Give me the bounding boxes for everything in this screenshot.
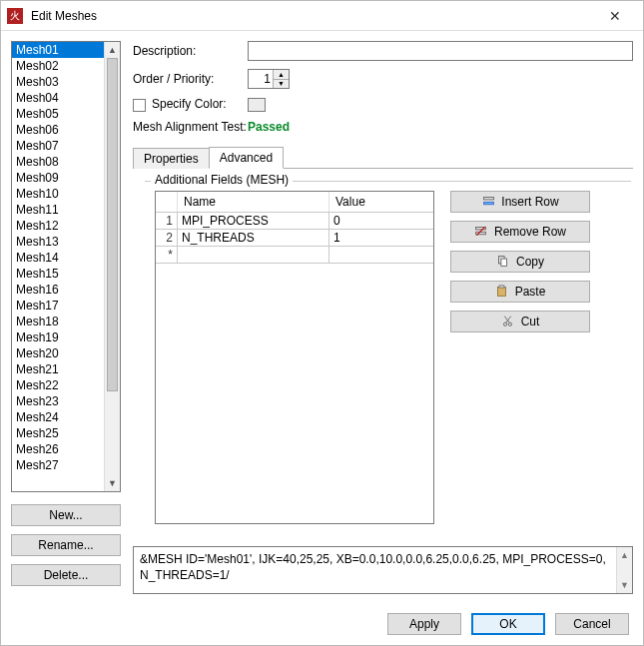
- specify-color-checkbox[interactable]: [133, 99, 146, 112]
- table-header: Name Value: [156, 192, 433, 213]
- tab-properties[interactable]: Properties: [133, 148, 210, 169]
- remove-row-icon: [474, 225, 488, 239]
- cell-name[interactable]: [178, 247, 329, 263]
- ok-button[interactable]: OK: [471, 613, 545, 635]
- spin-down-icon[interactable]: ▼: [274, 80, 289, 89]
- list-item[interactable]: Mesh24: [12, 409, 104, 425]
- order-spinner[interactable]: ▲ ▼: [248, 69, 290, 89]
- list-item[interactable]: Mesh10: [12, 186, 104, 202]
- col-name[interactable]: Name: [178, 192, 329, 212]
- cut-button[interactable]: Cut: [450, 311, 590, 332]
- list-item[interactable]: Mesh13: [12, 234, 104, 250]
- tab-advanced[interactable]: Advanced: [209, 147, 284, 169]
- table-row[interactable]: 2N_THREADS1: [156, 230, 433, 247]
- svg-rect-8: [499, 286, 504, 288]
- remove-row-button[interactable]: Remove Row: [450, 221, 590, 243]
- svg-point-11: [504, 323, 507, 325]
- rename-button[interactable]: Rename...: [11, 534, 121, 556]
- scroll-thumb[interactable]: [107, 58, 118, 391]
- list-item[interactable]: Mesh04: [12, 90, 104, 106]
- svg-rect-7: [498, 288, 506, 297]
- tab-panel-advanced: Additional Fields (MESH) Name Value 1MPI…: [133, 169, 633, 534]
- properties-panel: Description: Order / Priority: ▲ ▼ Speci…: [133, 41, 633, 603]
- table-row[interactable]: *: [156, 247, 433, 264]
- tab-bar: Properties Advanced: [133, 146, 633, 169]
- mesh-alignment-label: Mesh Alignment Test:: [133, 120, 248, 134]
- mesh-list[interactable]: Mesh01Mesh02Mesh03Mesh04Mesh05Mesh06Mesh…: [11, 41, 121, 492]
- list-item[interactable]: Mesh02: [12, 58, 104, 74]
- svg-rect-0: [483, 198, 493, 200]
- paste-icon: [495, 285, 509, 299]
- list-item[interactable]: Mesh15: [12, 266, 104, 282]
- list-item[interactable]: Mesh12: [12, 218, 104, 234]
- svg-rect-6: [501, 259, 507, 266]
- additional-fields-group: Additional Fields (MESH) Name Value 1MPI…: [145, 181, 631, 534]
- list-item[interactable]: Mesh20: [12, 345, 104, 361]
- new-button[interactable]: New...: [11, 504, 121, 526]
- order-label: Order / Priority:: [133, 72, 248, 86]
- list-item[interactable]: Mesh21: [12, 361, 104, 377]
- paste-button[interactable]: Paste: [450, 281, 590, 303]
- fields-table[interactable]: Name Value 1MPI_PROCESS02N_THREADS1*: [155, 191, 434, 524]
- list-item[interactable]: Mesh25: [12, 425, 104, 441]
- insert-row-button[interactable]: Insert Row: [450, 191, 590, 213]
- close-icon: ✕: [609, 8, 621, 24]
- list-item[interactable]: Mesh18: [12, 314, 104, 329]
- list-item[interactable]: Mesh07: [12, 138, 104, 154]
- order-value[interactable]: [249, 70, 273, 88]
- copy-button[interactable]: Copy: [450, 251, 590, 273]
- dialog-footer: Apply OK Cancel: [1, 603, 643, 645]
- list-item[interactable]: Mesh06: [12, 122, 104, 138]
- apply-button[interactable]: Apply: [387, 613, 461, 635]
- scroll-down-icon[interactable]: ▼: [617, 577, 632, 593]
- col-rownum: [156, 192, 178, 212]
- delete-button[interactable]: Delete...: [11, 564, 121, 586]
- scroll-up-icon[interactable]: ▲: [105, 42, 120, 58]
- list-item[interactable]: Mesh19: [12, 329, 104, 345]
- cell-value[interactable]: [329, 247, 433, 263]
- list-item[interactable]: Mesh16: [12, 282, 104, 298]
- scroll-down-icon[interactable]: ▼: [105, 475, 120, 491]
- list-item[interactable]: Mesh14: [12, 250, 104, 266]
- edit-meshes-dialog: 火 Edit Meshes ✕ Mesh01Mesh02Mesh03Mesh04…: [0, 0, 644, 646]
- list-item[interactable]: Mesh05: [12, 106, 104, 122]
- list-item[interactable]: Mesh26: [12, 441, 104, 457]
- cell-value[interactable]: 1: [329, 230, 433, 246]
- table-row[interactable]: 1MPI_PROCESS0: [156, 213, 433, 230]
- list-item[interactable]: Mesh03: [12, 74, 104, 90]
- list-item[interactable]: Mesh08: [12, 154, 104, 170]
- cancel-button[interactable]: Cancel: [555, 613, 629, 635]
- cell-name[interactable]: MPI_PROCESS: [178, 213, 329, 229]
- cell-name[interactable]: N_THREADS: [178, 230, 329, 246]
- record-scrollbar[interactable]: ▲ ▼: [616, 547, 632, 593]
- titlebar: 火 Edit Meshes ✕: [1, 1, 643, 31]
- list-item[interactable]: Mesh11: [12, 202, 104, 218]
- insert-row-icon: [481, 195, 495, 209]
- specify-color-label[interactable]: Specify Color:: [133, 97, 248, 111]
- record-text[interactable]: &MESH ID='Mesh01', IJK=40,25,25, XB=0.0,…: [134, 547, 616, 593]
- cell-rownum: 2: [156, 230, 178, 246]
- svg-rect-1: [483, 203, 493, 205]
- window-title: Edit Meshes: [31, 9, 593, 23]
- mesh-list-scrollbar[interactable]: ▲ ▼: [104, 42, 120, 491]
- list-item[interactable]: Mesh09: [12, 170, 104, 186]
- spin-up-icon[interactable]: ▲: [274, 70, 289, 80]
- list-item[interactable]: Mesh27: [12, 457, 104, 473]
- scroll-up-icon[interactable]: ▲: [617, 547, 632, 563]
- record-output[interactable]: &MESH ID='Mesh01', IJK=40,25,25, XB=0.0,…: [133, 546, 633, 594]
- cell-rownum: *: [156, 247, 178, 263]
- col-value[interactable]: Value: [329, 192, 433, 212]
- list-item[interactable]: Mesh17: [12, 298, 104, 314]
- list-item[interactable]: Mesh22: [12, 377, 104, 393]
- list-item[interactable]: Mesh23: [12, 393, 104, 409]
- close-button[interactable]: ✕: [593, 1, 637, 31]
- color-swatch[interactable]: [248, 98, 266, 112]
- table-tools: Insert Row Remove Row: [450, 191, 590, 332]
- group-legend: Additional Fields (MESH): [151, 173, 293, 187]
- description-label: Description:: [133, 44, 248, 58]
- description-input[interactable]: [248, 41, 633, 61]
- cell-value[interactable]: 0: [329, 213, 433, 229]
- mesh-alignment-status: Passed: [248, 120, 290, 134]
- list-item[interactable]: Mesh01: [12, 42, 104, 58]
- copy-icon: [496, 255, 510, 269]
